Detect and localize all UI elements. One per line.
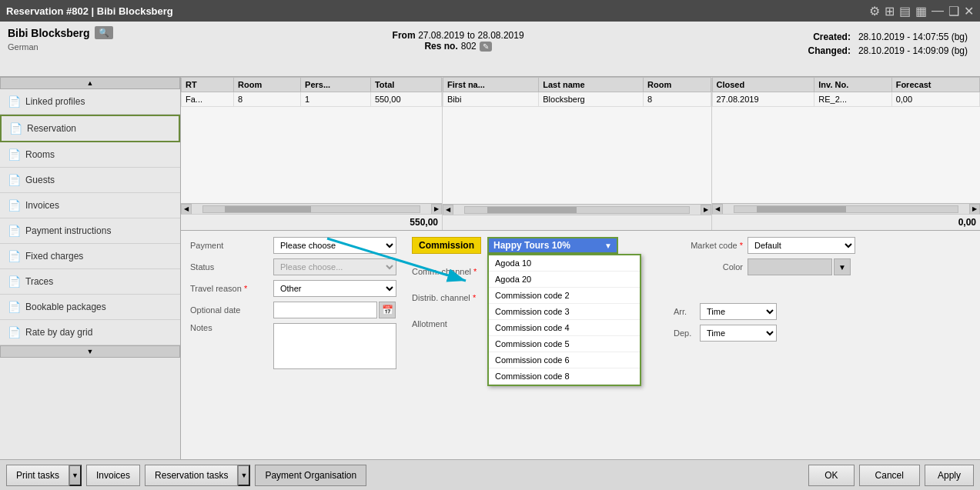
apply-button[interactable]: Apply [925, 465, 974, 486]
scroll-track[interactable] [734, 205, 959, 213]
cancel-button[interactable]: Cancel [859, 465, 920, 486]
color-dropdown-button[interactable]: ▼ [834, 258, 851, 275]
close-icon[interactable]: ✕ [964, 4, 974, 18]
dropdown-item-code5[interactable]: Commission code 5 [489, 336, 640, 352]
col-total: Total [370, 78, 441, 92]
arr-select[interactable]: Time [700, 303, 777, 320]
header: Bibi Blocksberg 🔍 German From 27.08.2019… [0, 22, 980, 77]
scroll-right-arrow[interactable]: ▶ [701, 205, 711, 215]
scroll-left-arrow[interactable]: ◀ [181, 204, 192, 215]
comm-channel-label: Comm. channel [412, 267, 489, 276]
print-tasks-button[interactable]: Print tasks [6, 465, 69, 486]
chevron-down-icon: ▼ [604, 242, 612, 250]
reservation-tasks-dropdown[interactable]: ▼ [238, 465, 250, 486]
dropdown-item-code6[interactable]: Commission code 6 [489, 352, 640, 368]
scroll-right-arrow[interactable]: ▶ [431, 204, 442, 215]
sidebar-scroll-down[interactable]: ▼ [0, 345, 180, 358]
reservation-tasks-button[interactable]: Reservation tasks [145, 465, 238, 486]
edit-res-icon[interactable]: ✎ [480, 42, 492, 52]
market-code-select[interactable]: Default [748, 237, 855, 254]
sidebar-item-rate-by-day-grid[interactable]: 📄 Rate by day grid [0, 320, 180, 345]
sidebar-item-payment-instructions[interactable]: 📄 Payment instructions [0, 218, 180, 244]
scroll-thumb [487, 207, 577, 213]
dropdown-item-code3[interactable]: Commission code 3 [489, 304, 640, 320]
table2-scrollbar[interactable]: ◀ ▶ [443, 204, 711, 215]
cell-room2: 8 [644, 92, 711, 107]
arr-label: Arr. [674, 307, 697, 316]
sidebar-item-bookable-packages[interactable]: 📄 Bookable packages [0, 295, 180, 320]
minimize-icon[interactable]: — [932, 4, 944, 18]
sidebar-item-reservation[interactable]: 📄 Reservation [0, 115, 180, 142]
notes-textarea[interactable] [273, 323, 396, 369]
col-forecast: Forecast [891, 78, 979, 92]
settings-icon[interactable]: ⚙ [869, 4, 880, 18]
travel-reason-select[interactable]: Other [273, 280, 396, 297]
dropdown-item-code8[interactable]: Commission code 8 [489, 368, 640, 385]
scroll-left-arrow[interactable]: ◀ [443, 205, 453, 215]
scroll-thumb [225, 206, 311, 212]
header-center: From 27.08.2019 to 28.08.2019 Res no. 80… [393, 26, 524, 52]
dropdown-item-code2[interactable]: Commission code 2 [489, 288, 640, 304]
col-closed: Closed [712, 78, 814, 92]
print-tasks-dropdown[interactable]: ▼ [69, 465, 82, 486]
sidebar-item-guests[interactable]: 📄 Guests [0, 168, 180, 193]
scroll-right-arrow[interactable]: ▶ [969, 204, 980, 215]
market-code-row: Market code Default [674, 237, 889, 254]
sidebar-scroll-up[interactable]: ▲ [0, 77, 180, 89]
optional-date-input[interactable] [273, 302, 377, 318]
scroll-left-arrow[interactable]: ◀ [712, 204, 723, 215]
res-no-label: Res no. [424, 41, 457, 52]
status-select[interactable]: Please choose... [273, 258, 396, 275]
search-button[interactable]: 🔍 [95, 26, 113, 39]
table2-total [443, 215, 711, 230]
table-row[interactable]: 27.08.2019 RE_2... 0,00 [712, 92, 980, 107]
sidebar-label-traces: Traces [25, 276, 53, 287]
table3-scrollbar[interactable]: ◀ ▶ [712, 203, 981, 214]
date-range: From 27.08.2019 to 28.08.2019 [393, 29, 524, 41]
table-row[interactable]: Bibi Blocksberg 8 [443, 92, 711, 107]
date-input-wrap: 📅 [273, 302, 396, 318]
to-date: 28.08.2019 [478, 30, 524, 41]
from-date: 27.08.2019 [418, 30, 464, 41]
sidebar-item-linked-profiles[interactable]: 📄 Linked profiles [0, 89, 180, 115]
sidebar-label-payment-instructions: Payment instructions [25, 225, 111, 236]
arr-dep-section: Arr. Time Dep. Time [674, 303, 889, 342]
layout1-icon[interactable]: ⊞ [885, 4, 895, 18]
payment-select[interactable]: Please choose [273, 237, 396, 254]
color-label: Color [674, 262, 743, 272]
doc-icon: 📄 [8, 250, 21, 262]
window-controls: ⚙ ⊞ ▤ ▦ — ❑ ✕ [869, 4, 974, 18]
sidebar-label-reservation: Reservation [27, 123, 76, 134]
ok-button[interactable]: OK [808, 465, 854, 486]
table-row[interactable]: Fa... 8 1 550,00 [182, 92, 442, 107]
payment-organisation-button[interactable]: Payment Organisation [255, 465, 366, 486]
col-room: Room [234, 78, 301, 92]
sidebar-item-fixed-charges[interactable]: 📄 Fixed charges [0, 244, 180, 269]
scroll-track[interactable] [202, 205, 420, 213]
dropdown-item-agoda10[interactable]: Agoda 10 [489, 255, 640, 272]
sidebar-item-rooms[interactable]: 📄 Rooms [0, 142, 180, 168]
toolbar-right: OK Cancel Apply [808, 465, 974, 486]
form-area: Payment Please choose Status Please choo… [181, 231, 980, 459]
restore-icon[interactable]: ❑ [948, 4, 959, 18]
dep-select[interactable]: Time [700, 325, 777, 342]
col-room2: Room [644, 78, 711, 92]
payment-row: Payment Please choose [190, 237, 396, 254]
table1: RT Room Pers... Total Fa... 8 1 550,00 [181, 77, 442, 107]
table1-scrollbar[interactable]: ◀ ▶ [181, 203, 442, 214]
created-value: 28.10.2019 - 14:07:55 (bg) [855, 31, 971, 43]
scroll-track[interactable] [464, 206, 690, 214]
layout2-icon[interactable]: ▤ [899, 4, 911, 18]
dropdown-item-agoda20[interactable]: Agoda 20 [489, 272, 640, 288]
main-layout: ▲ 📄 Linked profiles 📄 Reservation 📄 Room… [0, 77, 980, 459]
sidebar-item-invoices[interactable]: 📄 Invoices [0, 193, 180, 218]
cell-firstname: Bibi [443, 92, 539, 107]
dropdown-item-code4[interactable]: Commission code 4 [489, 320, 640, 336]
sidebar-item-traces[interactable]: 📄 Traces [0, 269, 180, 295]
commission-dropdown-selected[interactable]: Happy Tours 10% ▼ [487, 237, 618, 254]
notes-row: Notes [190, 323, 396, 369]
invoices-button[interactable]: Invoices [86, 465, 140, 486]
calendar-button[interactable]: 📅 [379, 302, 396, 318]
layout3-icon[interactable]: ▦ [915, 4, 927, 18]
optional-date-row: Optional date 📅 [190, 302, 396, 318]
